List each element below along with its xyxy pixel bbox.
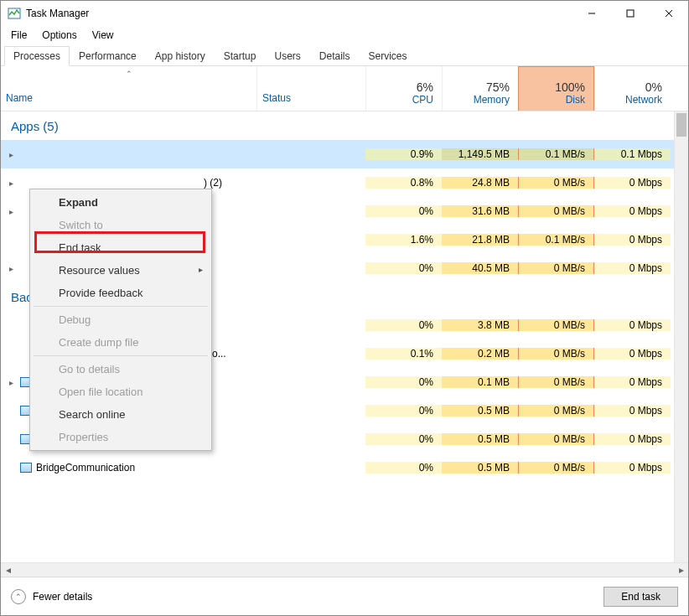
header-status[interactable]: Status [256,66,365,111]
cpu-cell: 0% [365,433,442,445]
menu-separator [34,306,208,307]
tab-processes[interactable]: Processes [4,46,70,66]
context-open-file-location: Open file location [30,380,211,403]
disk-cell: 0 MB/s [518,462,594,474]
tab-details[interactable]: Details [310,46,360,65]
cpu-cell: 0% [365,462,442,474]
memory-cell: 0.2 MB [442,348,518,360]
window-controls [572,1,688,26]
scroll-right-icon[interactable]: ▸ [674,563,688,577]
tab-services[interactable]: Services [360,46,417,65]
menu-view[interactable]: View [85,28,121,43]
cpu-cell: 0% [365,376,442,388]
disk-cell: 0 MB/s [518,205,594,217]
context-search-online[interactable]: Search online [30,403,211,426]
scrollbar-thumb[interactable] [676,113,686,137]
header-memory[interactable]: 75% Memory [442,66,518,111]
scroll-left-icon[interactable]: ◂ [1,563,15,577]
network-cell: 0 Mbps [594,405,671,417]
disk-percent: 100% [555,80,585,94]
tab-strip: Processes Performance App history Startu… [1,44,688,66]
disk-cell: 0 MB/s [518,348,594,360]
header-name[interactable]: ⌃ Name [1,66,256,111]
disk-cell: 0 MB/s [518,405,594,417]
maximize-button[interactable] [611,1,650,26]
header-name-label: Name [6,92,33,104]
context-go-to-details: Go to details [30,358,211,380]
expand-icon[interactable]: ▸ [6,264,16,273]
context-properties: Properties [30,426,211,448]
vertical-scrollbar[interactable] [674,111,688,562]
menu-separator [34,355,208,356]
group-row-apps[interactable]: Apps (5) [1,111,688,140]
header-network[interactable]: 0% Network [594,66,671,111]
memory-label: Memory [474,94,510,106]
submenu-arrow-icon: ▸ [199,265,203,274]
end-task-button[interactable]: End task [604,587,678,607]
context-create-dump: Create dump file [30,331,211,354]
process-row[interactable]: ▸ 0.9% 1,149.5 MB 0.1 MB/s 0.1 Mbps [1,140,688,168]
process-name-cell: ▸ [1,148,256,161]
process-icon [19,461,33,474]
header-cpu[interactable]: 6% CPU [365,66,442,111]
disk-cell: 0 MB/s [518,177,594,189]
network-cell: 0 Mbps [594,234,671,246]
window-title: Task Manager [26,8,572,19]
expand-icon[interactable]: ▸ [6,179,16,188]
fewer-details-toggle[interactable]: ⌃ Fewer details [11,589,92,604]
tab-performance[interactable]: Performance [70,46,146,65]
minimize-button[interactable] [572,1,611,26]
expand-icon[interactable]: ▸ [6,378,16,387]
sort-indicator-icon: ⌃ [126,70,132,78]
memory-cell: 0.5 MB [442,405,518,417]
horizontal-scrollbar[interactable]: ◂ ▸ [1,562,688,577]
network-cell: 0 Mbps [594,376,671,388]
header-disk[interactable]: 100% Disk [518,66,594,111]
memory-cell: 31.6 MB [442,205,518,217]
context-menu: Expand Switch to End task Resource value… [29,189,212,451]
scrollbar-track[interactable] [15,564,674,576]
cpu-cell: 0.1% [365,348,442,360]
tab-users[interactable]: Users [265,46,309,65]
menu-file[interactable]: File [4,28,34,43]
column-headers: ⌃ Name Status 6% CPU 75% Memory 100% Dis… [1,66,688,111]
cpu-cell: 0% [365,205,442,217]
memory-cell: 0.1 MB [442,376,518,388]
memory-cell: 24.8 MB [442,177,518,189]
close-button[interactable] [650,1,688,26]
cpu-cell: 0.9% [365,148,442,160]
cpu-cell: 1.6% [365,234,442,246]
memory-cell: 3.8 MB [442,319,518,331]
chevron-up-icon: ⌃ [11,589,26,604]
memory-cell: 1,149.5 MB [442,148,518,160]
memory-cell: 0.5 MB [442,433,518,445]
cpu-cell: 0% [365,405,442,417]
group-apps-label: Apps (5) [1,111,365,142]
cpu-cell: 0% [365,319,442,331]
expand-icon[interactable]: ▸ [6,150,16,159]
process-name-cell: ▸ ) (2) [1,177,256,189]
disk-cell: 0 MB/s [518,262,594,274]
network-cell: 0 Mbps [594,262,671,274]
network-cell: 0.1 Mbps [594,148,671,160]
network-cell: 0 Mbps [594,319,671,331]
memory-cell: 21.8 MB [442,234,518,246]
cpu-cell: 0.8% [365,177,442,189]
cpu-cell: 0% [365,262,442,274]
expand-icon[interactable]: ▸ [6,207,16,216]
context-end-task[interactable]: End task [30,236,211,259]
context-provide-feedback[interactable]: Provide feedback [30,282,211,304]
process-row[interactable]: ▸ BridgeCommunication 0% 0.5 MB 0 MB/s 0… [1,453,688,482]
tab-app-history[interactable]: App history [146,46,215,65]
process-name: BridgeCommunication [36,462,135,474]
context-expand[interactable]: Expand [30,191,211,214]
menubar: File Options View [1,26,688,44]
titlebar: Task Manager [1,1,688,26]
context-resource-values-label: Resource values [59,264,140,277]
network-cell: 0 Mbps [594,433,671,445]
memory-cell: 0.5 MB [442,462,518,474]
context-resource-values[interactable]: Resource values ▸ [30,259,211,282]
menu-options[interactable]: Options [35,28,83,43]
network-percent: 0% [645,80,662,94]
tab-startup[interactable]: Startup [215,46,266,65]
